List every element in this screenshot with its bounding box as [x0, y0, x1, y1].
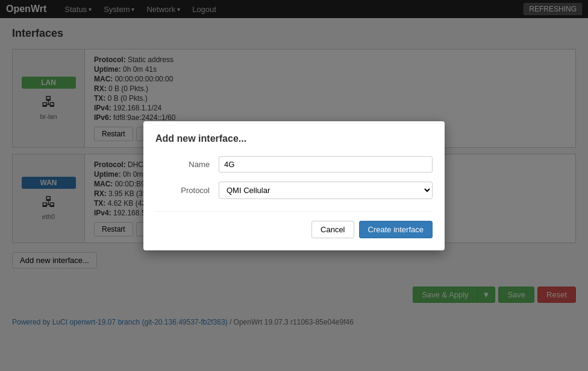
create-interface-button[interactable]: Create interface [359, 221, 433, 238]
protocol-form-group: Protocol Static address DHCP client DHCP… [155, 182, 433, 199]
modal-overlay: Add new interface... Name Protocol Stati… [0, 0, 588, 332]
name-form-group: Name [155, 156, 433, 173]
cancel-button[interactable]: Cancel [311, 221, 354, 238]
protocol-select[interactable]: Static address DHCP client DHCP server P… [219, 182, 433, 199]
add-interface-modal: Add new interface... Name Protocol Stati… [143, 121, 445, 250]
protocol-label: Protocol [155, 186, 210, 195]
name-label: Name [155, 160, 210, 169]
modal-title: Add new interface... [155, 133, 433, 144]
name-input[interactable] [219, 156, 433, 173]
modal-footer: Cancel Create interface [155, 211, 433, 238]
